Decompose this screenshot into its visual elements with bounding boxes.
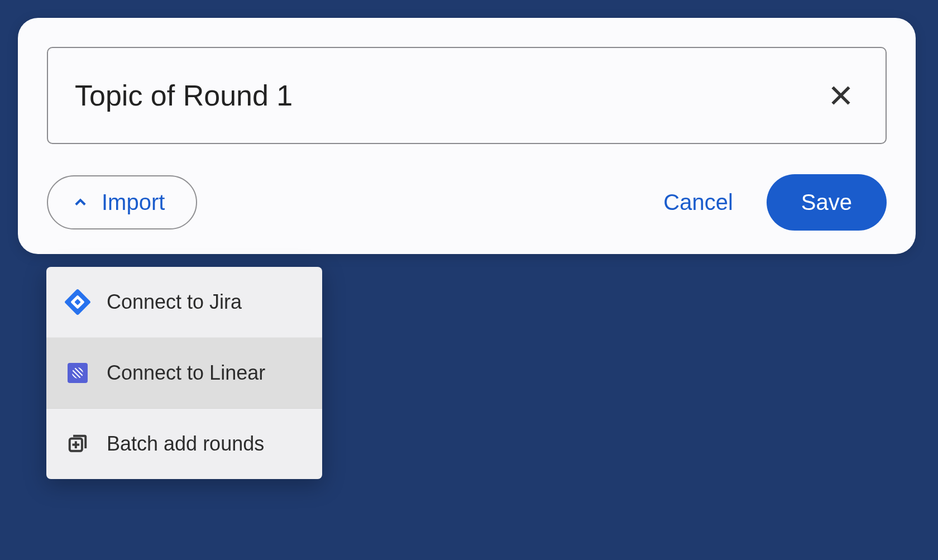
linear-icon	[66, 362, 89, 384]
dropdown-item-linear[interactable]: Connect to Linear	[46, 338, 322, 409]
actions-row: Import Cancel Save	[47, 174, 887, 231]
jira-icon	[66, 291, 89, 313]
import-button[interactable]: Import	[47, 175, 197, 229]
batch-add-icon	[66, 433, 89, 455]
topic-input-wrap	[47, 47, 887, 144]
cancel-button[interactable]: Cancel	[641, 176, 755, 228]
import-button-label: Import	[102, 190, 165, 215]
chevron-up-icon	[73, 195, 88, 210]
dropdown-item-jira[interactable]: Connect to Jira	[46, 267, 322, 338]
dropdown-item-label: Connect to Jira	[107, 290, 242, 314]
dropdown-item-label: Batch add rounds	[107, 432, 264, 456]
clear-input-button[interactable]	[823, 78, 859, 113]
import-dropdown: Connect to Jira Connect to Linear	[46, 267, 322, 479]
form-card: Import Cancel Save	[18, 18, 916, 254]
close-icon	[829, 83, 853, 108]
dropdown-item-batch[interactable]: Batch add rounds	[46, 409, 322, 479]
svg-line-3	[71, 371, 82, 380]
save-button[interactable]: Save	[767, 174, 887, 231]
svg-line-6	[75, 366, 84, 377]
topic-input[interactable]	[75, 79, 823, 112]
dropdown-item-label: Connect to Linear	[107, 361, 265, 385]
